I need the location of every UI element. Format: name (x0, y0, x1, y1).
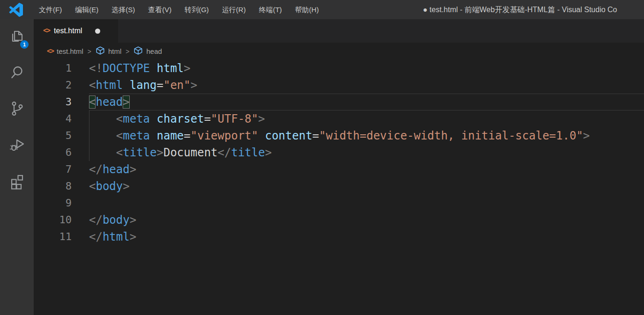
editor-group: <> test.html <>test.html> html> head 1<!… (34, 19, 644, 315)
code-token: head (103, 163, 130, 176)
code-token: title (123, 146, 156, 159)
code-token: name (157, 129, 184, 142)
code-token: > (265, 146, 272, 159)
search-icon (8, 64, 26, 83)
code-token: > (184, 62, 190, 75)
code-token: head (96, 95, 123, 109)
code-token: = (157, 79, 163, 92)
code-token: <! (89, 62, 103, 75)
code-line[interactable]: 7</head> (34, 161, 644, 178)
menu-item[interactable]: 终端(T) (252, 0, 289, 19)
code-token: > (258, 112, 265, 125)
breadcrumb: <>test.html> html> head (34, 43, 644, 60)
code-token: "viewport" (191, 129, 259, 142)
line-number[interactable]: 9 (34, 195, 89, 212)
breadcrumb-item[interactable]: <>test.html (47, 47, 83, 56)
code-token: charset (157, 112, 204, 125)
code-line[interactable]: 4 <meta charset="UTF-8"> (34, 110, 644, 127)
line-number[interactable]: 6 (34, 144, 89, 161)
code-token: < (89, 180, 96, 193)
code-token: </ (218, 146, 231, 159)
chevron-right-icon: > (88, 48, 91, 55)
menu-item[interactable]: 查看(V) (141, 0, 178, 19)
line-number[interactable]: 7 (34, 161, 89, 178)
code-token: "width=device-width, initial-scale=1.0" (319, 129, 583, 142)
line-number[interactable]: 1 (34, 60, 89, 77)
tab-test-html[interactable]: <> test.html (34, 19, 118, 43)
breadcrumb-label: html (108, 47, 121, 55)
menu-item[interactable]: 运行(R) (215, 0, 252, 19)
code-token: > (123, 95, 129, 109)
line-number[interactable]: 10 (34, 212, 89, 228)
menu-item[interactable]: 帮助(H) (289, 0, 326, 19)
line-number[interactable]: 8 (34, 178, 89, 195)
breadcrumb-label: test.html (57, 47, 83, 55)
menu-item[interactable]: 编辑(E) (68, 0, 105, 19)
indent-guide (89, 127, 89, 144)
line-content[interactable]: <meta name="viewport" content="width=dev… (89, 127, 644, 144)
code-token: < (116, 129, 123, 142)
line-number[interactable]: 11 (34, 228, 89, 245)
code-area[interactable]: 1<!DOCTYPE html>2<html lang="en">3<head>… (34, 60, 644, 315)
menu-item[interactable]: 文件(F) (32, 0, 68, 19)
code-token: html (103, 230, 130, 243)
breadcrumb-item[interactable]: html (96, 46, 121, 57)
line-content[interactable]: <!DOCTYPE html> (89, 60, 644, 77)
line-content[interactable]: <html lang="en"> (89, 77, 644, 94)
line-content[interactable]: <head> (89, 94, 644, 110)
line-number[interactable]: 4 (34, 110, 89, 127)
code-token: < (89, 95, 96, 109)
line-number[interactable]: 3 (34, 94, 89, 110)
code-token: html (96, 79, 123, 92)
menu-bar: 文件(F)编辑(E)选择(S)查看(V)转到(G)运行(R)终端(T)帮助(H) (32, 0, 326, 19)
code-line[interactable]: 5 <meta name="viewport" content="width=d… (34, 127, 644, 144)
code-token: > (583, 129, 590, 142)
code-line[interactable]: 8<body> (34, 178, 644, 195)
code-token: DOCTYPE (103, 62, 150, 75)
activity-item-extensions[interactable] (0, 163, 34, 199)
code-line[interactable]: 2<html lang="en"> (34, 77, 644, 94)
code-token: </ (89, 230, 103, 243)
code-token: > (191, 79, 197, 92)
symbol-cube-icon (133, 46, 143, 57)
line-content[interactable]: </html> (89, 228, 644, 245)
menu-item[interactable]: 选择(S) (105, 0, 141, 19)
code-token: content (265, 129, 312, 142)
line-content[interactable]: </head> (89, 161, 644, 178)
window-title: ● test.html - 前端Web开发基础-HTML篇 - Visual S… (423, 0, 617, 19)
code-token (150, 112, 156, 125)
activity-item-explorer[interactable]: 1 (0, 19, 34, 55)
code-line[interactable]: 9 (34, 195, 644, 212)
breadcrumb-label: head (146, 47, 162, 55)
modified-dot-icon[interactable] (95, 29, 100, 34)
vscode-logo-icon (9, 3, 23, 17)
line-number[interactable]: 5 (34, 127, 89, 144)
code-token (123, 79, 129, 92)
breadcrumb-item[interactable]: head (133, 46, 162, 57)
activity-bar: 1 (0, 19, 34, 315)
code-line[interactable]: 10</body> (34, 212, 644, 228)
code-line[interactable]: 1<!DOCTYPE html> (34, 60, 644, 77)
activity-item-search[interactable] (0, 55, 34, 91)
code-token: meta (123, 129, 150, 142)
code-token (150, 62, 156, 75)
line-content[interactable]: <meta charset="UTF-8"> (89, 110, 644, 127)
indent-guide (89, 110, 89, 127)
activity-item-source-control[interactable] (0, 91, 34, 127)
line-number[interactable]: 2 (34, 77, 89, 94)
tab-label: test.html (54, 27, 82, 35)
code-token (89, 112, 116, 125)
code-line[interactable]: 6 <title>Document</title> (34, 144, 644, 161)
activity-item-run-debug[interactable] (0, 127, 34, 163)
code-token: = (312, 129, 319, 142)
symbol-cube-icon (96, 46, 105, 57)
line-content[interactable]: <body> (89, 178, 644, 195)
code-line[interactable]: 3<head> (34, 94, 644, 110)
menu-item[interactable]: 转到(G) (178, 0, 215, 19)
line-content[interactable]: </body> (89, 212, 644, 228)
code-line[interactable]: 11</html> (34, 228, 644, 245)
line-content[interactable]: <title>Document</title> (89, 144, 644, 161)
line-content[interactable] (89, 195, 644, 212)
code-token: "en" (163, 79, 191, 92)
code-token: < (116, 112, 123, 125)
